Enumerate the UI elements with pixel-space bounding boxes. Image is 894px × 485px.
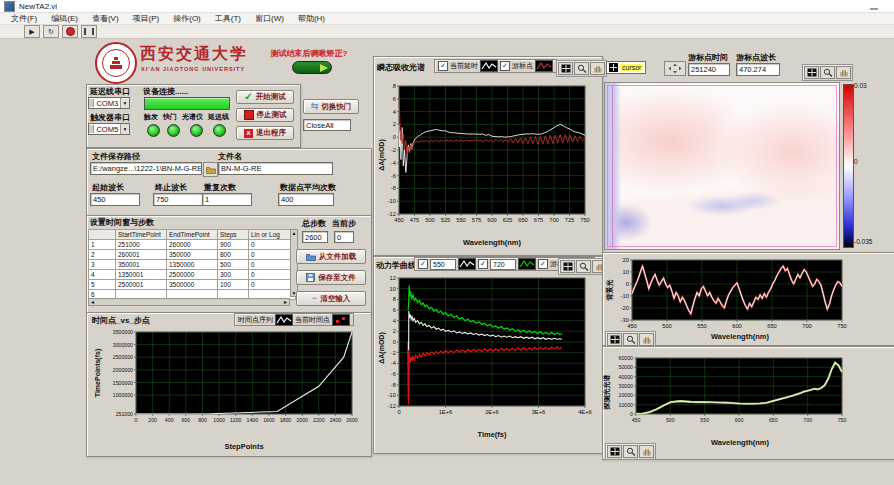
run-continuous-button[interactable]: ↻: [43, 25, 59, 38]
table-cell[interactable]: 2: [89, 250, 116, 260]
heatmap-graph-palette[interactable]: [802, 64, 853, 81]
table-cell[interactable]: 0: [249, 240, 296, 250]
table-row[interactable]: 12510002600009000: [89, 240, 296, 250]
stop-test-button[interactable]: 停止测试: [236, 108, 294, 122]
ta-heatmap[interactable]: [604, 82, 840, 250]
menu-item-5[interactable]: 工具(T): [208, 13, 248, 24]
menu-item-1[interactable]: 编辑(E): [44, 13, 85, 24]
wl2-checkbox[interactable]: ✓: [478, 259, 488, 269]
start-test-button[interactable]: ✓ 开始测试: [236, 90, 294, 104]
graph-tool-zoom-icon[interactable]: [623, 445, 638, 458]
table-cell[interactable]: 900: [218, 240, 249, 250]
heatmap-cursor-vline[interactable]: [612, 85, 613, 247]
probe-spectrum-plot[interactable]: 4505005506006507007500100002000030000400…: [606, 350, 850, 436]
table-cell[interactable]: 500: [218, 260, 249, 270]
avg-count-input[interactable]: 400: [278, 193, 334, 206]
table-cell[interactable]: 3500000: [167, 280, 218, 290]
table-cell[interactable]: 100: [218, 280, 249, 290]
file-path-input[interactable]: E:/wangze...\1222-1\BN-M-G-RE: [90, 162, 202, 175]
browse-folder-button[interactable]: [203, 162, 218, 177]
probe-graph-palette[interactable]: [605, 443, 656, 460]
ta-spectrum-plot[interactable]: 450475500525550575600625650675700725750-…: [375, 78, 597, 236]
menu-item-4[interactable]: 操作(O): [166, 13, 208, 24]
table-cell[interactable]: 1350001: [116, 270, 167, 280]
start-wavelength-input[interactable]: 450: [90, 193, 140, 206]
bg-light-plot[interactable]: 450500550600650700750-30-20-1001020: [606, 254, 850, 342]
wl2-input[interactable]: 720: [490, 259, 516, 270]
graph-tool-pan-icon[interactable]: [639, 333, 654, 346]
table-cell[interactable]: 251000: [116, 240, 167, 250]
table-cell[interactable]: 300: [218, 270, 249, 280]
cursor-point-checkbox[interactable]: ✓: [500, 61, 510, 71]
abort-button[interactable]: [62, 25, 78, 38]
table-cell[interactable]: 4: [89, 270, 116, 280]
chevron-down-icon[interactable]: ▼: [120, 124, 129, 134]
table-cell[interactable]: 3: [89, 260, 116, 270]
cursor-move-button[interactable]: [664, 61, 686, 76]
table-row[interactable]: 4135000125000003000: [89, 270, 296, 280]
table-cell[interactable]: 2500001: [116, 280, 167, 290]
menu-item-3[interactable]: 项目(P): [126, 13, 167, 24]
table-row[interactable]: 5250000135000001000: [89, 280, 296, 290]
menu-item-6[interactable]: 窗口(W): [248, 13, 291, 24]
chevron-down-icon[interactable]: ▼: [120, 98, 129, 108]
graph-tool-pan-icon[interactable]: [590, 62, 605, 75]
save-to-file-button[interactable]: 保存至文件: [296, 270, 366, 285]
trigger-port-select[interactable]: COM5 ▼: [88, 123, 130, 135]
table-cell[interactable]: 0: [249, 270, 296, 280]
stop-wavelength-input[interactable]: 750: [153, 193, 203, 206]
scroll-left-icon[interactable]: ◄: [90, 299, 95, 305]
minimize-button[interactable]: [868, 2, 880, 10]
wl1-input[interactable]: 550: [430, 259, 456, 270]
delay-port-select[interactable]: COM3 ▼: [88, 97, 130, 109]
graph-tool-crosshair-icon[interactable]: [607, 333, 622, 346]
graph-tool-crosshair-icon[interactable]: [607, 445, 622, 458]
graph-tool-crosshair-icon[interactable]: [804, 66, 819, 79]
graph-tool-pan-icon[interactable]: [836, 66, 851, 79]
file-name-input[interactable]: BN-M-G-RE: [218, 162, 333, 175]
clear-input-button[interactable]: − 清空输入: [296, 291, 366, 306]
table-cell[interactable]: 0: [249, 250, 296, 260]
run-button[interactable]: ▶: [24, 25, 40, 38]
graph-tool-zoom-icon[interactable]: [574, 62, 589, 75]
steps-table[interactable]: StartTimePointEndTimePointStepsLin or Lo…: [88, 229, 296, 300]
table-row[interactable]: 22600013500008000: [89, 250, 296, 260]
graph-tool-pan-icon[interactable]: [639, 445, 654, 458]
switch-shutter-button[interactable]: ⇆ 切换快门: [303, 99, 359, 114]
cursor-point-checkbox[interactable]: ✓: [538, 259, 548, 269]
scroll-up-icon[interactable]: ▲: [292, 230, 297, 236]
pause-button[interactable]: [81, 25, 97, 38]
cursor-legend[interactable]: cursor: [606, 61, 646, 74]
kinetics-plot[interactable]: 01E+62E+63E+64E+6-12-10-8-6-4-2024681012: [375, 272, 597, 428]
repeat-count-input[interactable]: 1: [202, 193, 252, 206]
table-cell[interactable]: 2500000: [167, 270, 218, 280]
chirp-correction-toggle[interactable]: [292, 61, 332, 74]
table-cell[interactable]: 5: [89, 280, 116, 290]
table-cell[interactable]: 260001: [116, 250, 167, 260]
table-cell[interactable]: 0: [249, 280, 296, 290]
step-chart-plot[interactable]: 0200400600800100012001400160018002000220…: [90, 324, 362, 440]
table-cell[interactable]: 0: [249, 260, 296, 270]
exit-program-button[interactable]: X 退出程序: [236, 126, 294, 140]
graph-tool-zoom-icon[interactable]: [623, 333, 638, 346]
table-cell[interactable]: 1350000: [167, 260, 218, 270]
close-all-field[interactable]: CloseAll: [303, 119, 351, 131]
wl1-checkbox[interactable]: ✓: [418, 259, 428, 269]
table-cell[interactable]: 1: [89, 240, 116, 250]
graph-tool-crosshair-icon[interactable]: [558, 62, 573, 75]
menu-item-7[interactable]: 帮助(H): [291, 13, 332, 24]
table-hscrollbar[interactable]: ◄►: [88, 298, 290, 306]
menu-item-0[interactable]: 文件(F): [4, 13, 44, 24]
start-wavelength-label: 起始波长: [92, 182, 124, 193]
menu-item-2[interactable]: 查看(V): [85, 13, 126, 24]
table-row[interactable]: 335000113500005000: [89, 260, 296, 270]
graph-tool-zoom-icon[interactable]: [820, 66, 835, 79]
table-cell[interactable]: 800: [218, 250, 249, 260]
current-delay-checkbox[interactable]: ✓: [438, 61, 448, 71]
load-from-file-button[interactable]: 从文件加载: [296, 249, 366, 264]
scroll-right-icon[interactable]: ►: [283, 299, 288, 305]
table-cell[interactable]: 260000: [167, 240, 218, 250]
table-cell[interactable]: 350001: [116, 260, 167, 270]
table-cell[interactable]: 350000: [167, 250, 218, 260]
ta-graph-palette[interactable]: [556, 60, 607, 77]
